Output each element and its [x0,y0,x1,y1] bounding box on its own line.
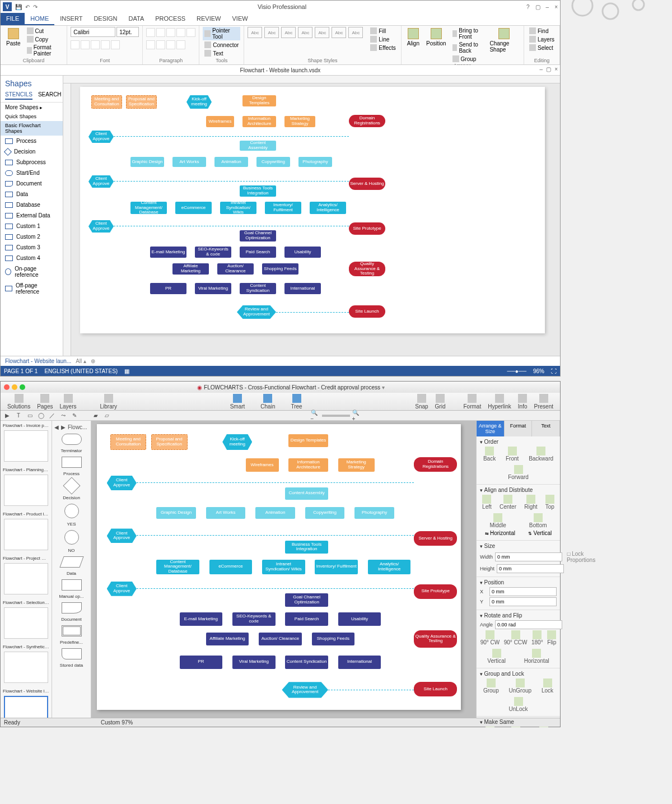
height-input[interactable] [497,564,564,573]
connector-tool-button[interactable]: Connector [203,41,240,49]
flow-node[interactable]: Usability [338,612,381,626]
flow-node[interactable]: Quality Assurance & Testing [414,630,457,648]
flow-node[interactable]: Analytics/ Intelligence [310,202,346,214]
flow-node[interactable]: Auction/ Clearance [259,633,302,646]
shape-item[interactable]: Document [1,178,63,189]
inspector-tab-arrange[interactable]: Arrange & Size [477,421,505,436]
solutions-button[interactable]: Solutions [4,394,34,410]
align-middle-button[interactable] [186,28,195,37]
rotate-ccw-button[interactable]: 90° CCW [504,630,528,645]
flow-node[interactable]: Graphic Design [156,507,196,519]
info-button[interactable]: Info [515,394,531,410]
indent-dec-button[interactable] [156,40,165,49]
align-right-button[interactable]: Right [524,495,537,510]
flow-node[interactable]: Site Launch [414,682,457,696]
flow-node[interactable]: SEO-Keywords & code [195,247,231,258]
shape-item[interactable]: Process [1,136,63,146]
font-size-select[interactable] [116,27,139,37]
library-shape[interactable] [62,625,82,636]
flow-node[interactable]: Art Works [206,507,246,519]
flow-node[interactable]: Content Assembly [285,487,328,499]
flow-node[interactable]: Kick-off meeting [186,95,212,109]
drawing-page[interactable]: Meeting and ConsultationProposal and Spe… [80,87,545,333]
bold-button[interactable] [71,40,80,49]
align-left-button[interactable]: Left [482,495,492,510]
flow-node[interactable]: Copywriting [305,507,345,519]
flow-node[interactable]: Intranet Syndication/ Wikis [262,560,305,574]
flow-node[interactable]: Proposal and Specification [151,434,188,450]
flow-node[interactable]: Content Assembly [240,141,276,151]
flow-node[interactable]: E-mail Marketing [150,247,186,258]
inspector-tab-format[interactable]: Format [505,421,533,436]
library-shape[interactable] [62,648,82,659]
page-thumbnail[interactable] [4,519,48,550]
rotate-180-button[interactable]: 180° [531,630,543,645]
flow-node[interactable]: Design Templates [242,95,276,106]
library-shape[interactable] [62,579,82,591]
flow-node[interactable]: Shopping Feeds [262,263,298,275]
flow-node[interactable]: Design Templates [288,434,328,448]
flow-node[interactable]: Site Prototype [414,584,457,599]
ribbon-collapse-icon[interactable]: ▢ [535,4,540,10]
flow-node[interactable]: Review and Approvement [282,682,328,698]
tab-insert[interactable]: INSERT [54,13,88,25]
flow-node[interactable]: Analytics/ Intelligence [368,560,411,574]
zoom-button[interactable] [20,384,25,390]
bring-front-button[interactable]: Bring to Front [451,27,486,40]
shape-item[interactable]: External Data [1,210,63,221]
zoom-out-button[interactable]: 🔍− [311,412,320,420]
shape-item[interactable]: Custom 2 [1,231,63,242]
shape-item[interactable]: Start/End [1,168,63,178]
strike-button[interactable] [101,40,110,49]
cd-layers-button[interactable]: Layers [57,394,80,410]
fill-button[interactable]: Fill [368,27,397,35]
help-icon[interactable]: ? [526,4,530,10]
flow-node[interactable]: Quality Assurance & Testing [349,262,385,276]
flow-node[interactable]: Auction/ Clearance [217,263,254,275]
flow-node[interactable]: Viral Marketing [232,656,276,669]
flow-node[interactable]: E-mail Marketing [180,612,223,626]
italic-button[interactable] [81,40,90,49]
effects-button[interactable]: Effects [368,44,397,52]
position-button[interactable]: Position [424,27,449,48]
lib-fwd-icon[interactable]: ▶ [61,424,66,430]
snap-button[interactable]: Snap [412,394,431,410]
library-shape[interactable] [62,434,82,445]
canvas[interactable]: Meeting and ConsultationProposal and Spe… [63,76,560,356]
library-shape[interactable] [64,504,79,518]
underline-button[interactable] [91,40,100,49]
pen-tool[interactable]: ✎ [70,412,79,420]
search-tab[interactable]: SEARCH [38,91,62,100]
style-swatch[interactable]: Abc [315,27,329,38]
flow-node[interactable]: Paid Search [240,247,276,258]
smart-mode-button[interactable]: Smart [227,394,249,410]
flow-node[interactable]: Paid Search [285,612,328,626]
format-painter-button[interactable]: Format Painter [25,44,64,57]
page-thumbnail[interactable] [4,652,48,683]
stroke-color[interactable]: ▱ [102,412,111,420]
flow-node[interactable]: Content Syndication [285,656,328,669]
align-top-button[interactable] [176,28,185,37]
flow-node[interactable]: Client Approve [107,582,137,596]
flow-node[interactable]: Domain Registrations [349,115,385,127]
flow-node[interactable]: Information Architecture [288,458,328,472]
style-swatch[interactable]: Abc [298,27,312,38]
cd-zoom-label[interactable]: Custom 97% [101,719,133,726]
stencils-tab[interactable]: STENCILS [5,91,32,100]
flow-node[interactable]: Goal Channel Optimization [240,230,276,241]
rect-tool[interactable]: ▭ [25,412,34,420]
flow-node[interactable]: Business Tools Integration [240,185,276,197]
flow-node[interactable]: Site Prototype [349,222,385,235]
flow-node[interactable]: Client Approve [88,131,114,143]
all-tab[interactable]: All ▴ [76,358,86,364]
align-right-button[interactable] [166,28,175,37]
flow-node[interactable]: Art Works [172,157,206,167]
flow-node[interactable]: eCommerce [175,202,212,214]
tab-home[interactable]: HOME [25,13,54,25]
align-top-button[interactable]: Top [545,495,554,510]
chain-mode-button[interactable]: Chain [257,394,278,410]
style-swatch[interactable]: Abc [348,27,363,38]
flow-node[interactable]: Photography [354,507,394,519]
page-thumbnail[interactable] [4,696,48,718]
flow-node[interactable]: Inventory/ Fulfilment [265,202,301,214]
